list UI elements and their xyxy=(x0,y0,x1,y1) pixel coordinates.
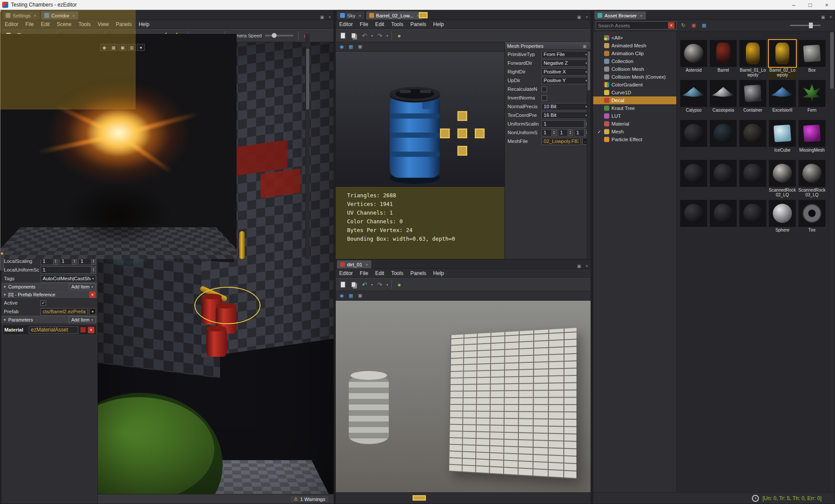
asset-item[interactable] xyxy=(679,160,708,199)
texcoord-precision-dropdown[interactable]: 16 Bit▾ xyxy=(541,112,589,119)
asset-grid-scrollbar[interactable] xyxy=(829,31,835,492)
asset-type-item[interactable]: ✓ Collection xyxy=(593,57,676,65)
menu-item[interactable]: Panels xyxy=(407,269,430,277)
add-parameter-button[interactable]: Add Item▾ xyxy=(69,316,96,323)
copy-icon[interactable] xyxy=(348,30,359,41)
browse-asset-button[interactable]: ● xyxy=(89,308,96,315)
nonuniform-x-field[interactable]: 1 xyxy=(541,129,552,136)
collapsed-panel-handle[interactable] xyxy=(0,250,4,270)
primitive-type-dropdown[interactable]: From File▾ xyxy=(541,51,589,58)
mesh-properties-scrollbar[interactable] xyxy=(587,50,591,259)
close-button[interactable]: × xyxy=(818,0,835,10)
asset-item[interactable]: Barrel_02_Lowpoly xyxy=(768,40,797,79)
asset-item[interactable]: Barrel_01_Lowpoly xyxy=(738,40,767,79)
asset-type-item[interactable]: ✓ Particle Effect xyxy=(593,136,676,143)
background-processing-icon[interactable]: Ⅱ xyxy=(752,495,759,502)
menu-item[interactable]: View xyxy=(94,20,112,28)
dock-target-bottom-icon[interactable] xyxy=(412,495,426,501)
asset-item[interactable] xyxy=(679,120,708,159)
material-color-swatch[interactable] xyxy=(80,327,86,333)
mesh-preview-viewport[interactable]: Triangles: 2688Vertices: 1941UV Channels… xyxy=(336,52,504,259)
asset-search-input[interactable]: Search Assets × xyxy=(596,21,677,30)
save-document-icon[interactable] xyxy=(337,30,348,41)
forward-dir-dropdown[interactable]: Negative Z▾ xyxy=(541,60,589,67)
save-document-icon[interactable] xyxy=(337,279,348,290)
render-mode-icon[interactable]: ◉ xyxy=(338,43,346,51)
menu-item[interactable]: Edit xyxy=(37,20,53,28)
tab-dirt-01[interactable]: dirt_01 × xyxy=(337,260,372,269)
mesh-file-field[interactable]: 02_Lowpoly.FBX xyxy=(541,138,581,145)
tags-dropdown[interactable]: AutoColMesh|CastShadow ▾ xyxy=(40,275,96,282)
right-dir-dropdown[interactable]: Positive X▾ xyxy=(541,68,589,76)
asset-type-item[interactable]: ✓ <All> xyxy=(593,34,676,42)
menu-item[interactable]: Help xyxy=(430,269,448,277)
asset-item[interactable] xyxy=(738,120,767,159)
warnings-button[interactable]: ⚠ 1 Warnings xyxy=(290,495,329,503)
up-dir-dropdown[interactable]: Positive Y▾ xyxy=(541,77,589,84)
dock-target-bottom-icon[interactable] xyxy=(457,146,468,156)
asset-item[interactable]: Tire xyxy=(798,200,826,239)
asset-item[interactable]: Cassiopeia xyxy=(709,80,738,119)
component-active-checkbox[interactable]: ✓ xyxy=(40,300,46,306)
asset-item[interactable]: Calypso xyxy=(679,80,708,119)
redo-dropdown-icon[interactable]: ▾ xyxy=(385,279,389,290)
close-panel-icon[interactable]: × xyxy=(584,264,590,269)
asset-item[interactable] xyxy=(709,160,738,199)
uniform-scaling-field[interactable]: 1 xyxy=(541,120,584,128)
close-tab-icon[interactable]: × xyxy=(73,13,75,18)
asset-filter-icon[interactable]: ▣ xyxy=(690,22,698,30)
asset-type-item[interactable]: ✓ Decal xyxy=(593,96,676,104)
maximize-button[interactable]: □ xyxy=(802,0,818,10)
screenshot-icon[interactable]: ▣ xyxy=(356,292,364,300)
nonuniform-z-field[interactable]: 1 xyxy=(574,129,584,136)
components-section-header[interactable]: ▼ Components Add Item▾ xyxy=(1,283,97,291)
menu-item[interactable]: Editor xyxy=(1,20,22,28)
dock-target-tab-icon[interactable] xyxy=(418,12,428,19)
camera-menu-icon[interactable]: ◉ xyxy=(100,44,108,51)
asset-transform-icon[interactable]: ● xyxy=(394,279,404,290)
redo-icon[interactable]: ↷ xyxy=(374,279,385,290)
copy-icon[interactable] xyxy=(348,279,359,290)
asset-type-item[interactable]: ✓ Curve1D xyxy=(593,89,676,96)
clear-search-icon[interactable]: × xyxy=(668,22,675,29)
menu-item[interactable]: File xyxy=(356,20,371,28)
camera-speed-knob[interactable] xyxy=(272,33,277,38)
undo-icon[interactable]: ↶ xyxy=(359,30,370,41)
float-panel-icon[interactable]: ▣ xyxy=(318,15,326,20)
parameters-section-header[interactable]: ▼ Parameters Add Item▾ xyxy=(1,316,97,324)
grid-toggle-icon[interactable]: ▦ xyxy=(347,292,355,300)
close-panel-icon[interactable]: × xyxy=(327,15,333,20)
float-panel-icon[interactable]: ▣ xyxy=(819,15,827,20)
dock-target-top-icon[interactable] xyxy=(457,111,468,121)
menu-item[interactable]: Scene xyxy=(53,20,75,28)
scrollbar-handle[interactable] xyxy=(830,32,834,89)
asset-item[interactable]: IceCube xyxy=(768,120,797,159)
dock-target-right-icon[interactable] xyxy=(474,128,485,139)
undo-dropdown-icon[interactable]: ▾ xyxy=(370,279,374,290)
asset-item[interactable]: ExcelsiorII xyxy=(768,80,797,119)
prefab-asset-field[interactable]: cts/Barrel2.ezPrefab xyxy=(40,308,88,315)
asset-transform-icon[interactable]: ● xyxy=(394,30,404,41)
screenshot-icon[interactable]: ▣ xyxy=(356,43,364,51)
tab-settings[interactable]: Settings × xyxy=(2,11,40,20)
close-tab-icon[interactable]: × xyxy=(640,13,642,18)
asset-item[interactable]: Sphere xyxy=(768,200,797,239)
menu-item[interactable]: Tools xyxy=(387,269,407,277)
asset-type-item[interactable]: ✓ LUT xyxy=(593,112,676,120)
invert-normals-checkbox[interactable] xyxy=(541,95,547,101)
tab-corridor[interactable]: Corridor × xyxy=(41,11,79,20)
material-asset-field[interactable]: ezMaterialAsset xyxy=(29,326,78,334)
menu-item[interactable]: Edit xyxy=(372,269,388,277)
menu-item[interactable]: Tools xyxy=(387,20,407,28)
decal-preview-viewport[interactable] xyxy=(336,301,591,492)
render-mode-icon[interactable]: ◉ xyxy=(338,292,346,300)
tab-barrel-02-lowpoly[interactable]: Barrel_02_Low... × xyxy=(366,11,423,20)
fullscreen-icon[interactable]: ▣ xyxy=(119,44,127,51)
asset-item[interactable]: ScannedRock03_LQ xyxy=(798,160,826,199)
asset-item[interactable] xyxy=(738,200,767,239)
selection-gizmo-ring[interactable] xyxy=(194,287,261,324)
asset-item[interactable] xyxy=(709,120,738,159)
scrollbar-handle[interactable] xyxy=(306,49,309,109)
asset-item[interactable] xyxy=(709,200,738,239)
prefab-reference-section-header[interactable]: ▼ [0] - Prefab Reference × xyxy=(1,291,97,298)
